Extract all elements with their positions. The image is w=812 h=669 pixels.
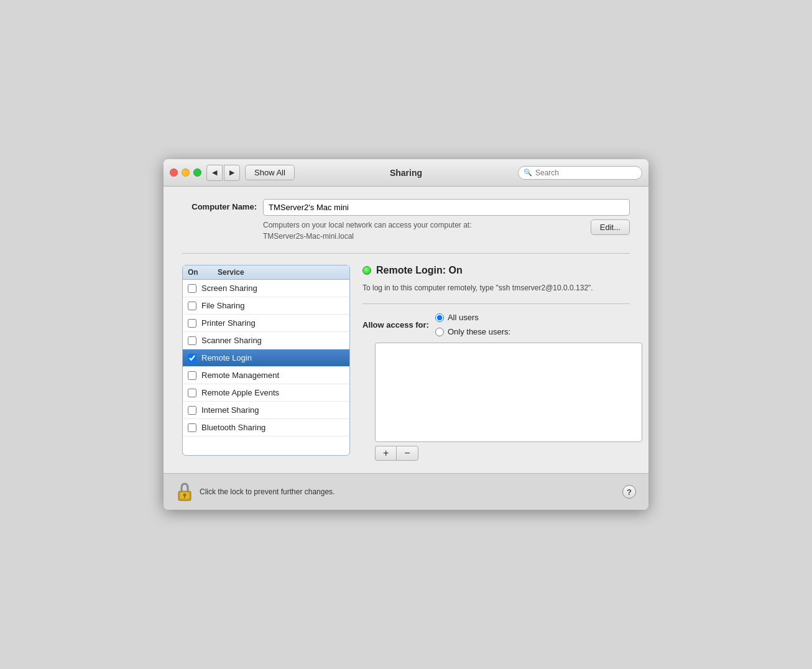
add-user-button[interactable]: + xyxy=(375,446,396,461)
service-item-label-printer-sharing: Printer Sharing xyxy=(201,318,344,328)
service-item-label-remote-login: Remote Login xyxy=(201,353,344,362)
service-item-file-sharing[interactable]: File Sharing xyxy=(183,297,349,315)
service-list-header: On Service xyxy=(183,265,349,280)
service-item-remote-management[interactable]: Remote Management xyxy=(183,367,349,384)
svg-rect-3 xyxy=(184,496,185,498)
service-item-label-bluetooth-sharing: Bluetooth Sharing xyxy=(201,423,344,432)
computer-name-right: Computers on your local network can acce… xyxy=(263,199,630,242)
service-item-label-screen-sharing: Screen Sharing xyxy=(201,284,344,293)
service-list: On Service Screen Sharing File Sharing P… xyxy=(182,265,350,456)
checkbox-remote-management[interactable] xyxy=(188,371,196,380)
users-list-box xyxy=(375,343,642,442)
main-content: Computer Name: Computers on your local n… xyxy=(164,187,648,473)
nav-buttons: ◀ ▶ xyxy=(206,165,240,181)
section-divider xyxy=(182,253,630,254)
minimize-button[interactable] xyxy=(182,168,190,177)
network-info-row: Computers on your local network can acce… xyxy=(263,219,630,242)
checkbox-remote-apple-events[interactable] xyxy=(188,389,196,397)
service-item-printer-sharing[interactable]: Printer Sharing xyxy=(183,315,349,332)
col-service-label: Service xyxy=(218,268,244,277)
traffic-lights xyxy=(170,168,201,177)
service-item-label-scanner-sharing: Scanner Sharing xyxy=(201,336,344,345)
checkbox-file-sharing[interactable] xyxy=(188,302,196,310)
lock-icon xyxy=(176,481,193,502)
service-item-screen-sharing[interactable]: Screen Sharing xyxy=(183,280,349,297)
checkbox-scanner-sharing[interactable] xyxy=(188,336,196,345)
search-box: 🔍 xyxy=(518,166,642,180)
service-item-label-remote-apple-events: Remote Apple Events xyxy=(201,388,344,397)
back-button[interactable]: ◀ xyxy=(206,165,223,181)
radio-only-these[interactable]: Only these users: xyxy=(435,327,510,336)
network-info-text: Computers on your local network can acce… xyxy=(263,219,471,242)
search-input[interactable] xyxy=(535,168,637,177)
maximize-button[interactable] xyxy=(193,168,201,177)
window-title: Sharing xyxy=(390,168,422,178)
computer-name-input[interactable] xyxy=(263,199,630,216)
service-item-bluetooth-sharing[interactable]: Bluetooth Sharing xyxy=(183,419,349,436)
computer-name-row: Computer Name: Computers on your local n… xyxy=(182,199,630,242)
footer: Click the lock to prevent further change… xyxy=(164,473,648,510)
close-button[interactable] xyxy=(170,168,178,177)
radio-only-these-label: Only these users: xyxy=(448,327,510,336)
service-item-label-internet-sharing: Internet Sharing xyxy=(201,405,344,415)
status-title: Remote Login: On xyxy=(376,265,463,276)
checkbox-screen-sharing[interactable] xyxy=(188,284,196,293)
radio-input-only-these[interactable] xyxy=(435,328,444,336)
radio-group: All users Only these users: xyxy=(435,313,510,336)
service-item-label-file-sharing: File Sharing xyxy=(201,301,344,310)
titlebar: ◀ ▶ Show All Sharing 🔍 xyxy=(164,159,648,187)
remove-user-button[interactable]: − xyxy=(396,446,418,461)
edit-button[interactable]: Edit... xyxy=(591,219,630,235)
service-item-internet-sharing[interactable]: Internet Sharing xyxy=(183,402,349,419)
access-label: Allow access for: xyxy=(362,320,429,330)
status-row: Remote Login: On xyxy=(362,265,630,276)
service-item-remote-apple-events[interactable]: Remote Apple Events xyxy=(183,384,349,402)
forward-button[interactable]: ▶ xyxy=(224,165,240,181)
help-button[interactable]: ? xyxy=(622,485,636,499)
lock-area[interactable]: Click the lock to prevent further change… xyxy=(176,481,334,502)
show-all-button[interactable]: Show All xyxy=(245,165,295,180)
service-item-label-remote-management: Remote Management xyxy=(201,371,344,380)
service-item-scanner-sharing[interactable]: Scanner Sharing xyxy=(183,332,349,349)
access-row: Allow access for: All users Only these u… xyxy=(362,313,630,336)
checkbox-internet-sharing[interactable] xyxy=(188,406,196,415)
sharing-window: ◀ ▶ Show All Sharing 🔍 Computer Name: Co… xyxy=(164,159,648,510)
status-dot xyxy=(362,266,371,275)
radio-all-users-label: All users xyxy=(448,313,479,322)
right-panel: Remote Login: On To log in to this compu… xyxy=(362,265,630,461)
col-on-label: On xyxy=(188,268,205,277)
radio-all-users[interactable]: All users xyxy=(435,313,510,322)
main-section: On Service Screen Sharing File Sharing P… xyxy=(182,265,630,461)
users-list-buttons: + − xyxy=(375,446,630,461)
checkbox-bluetooth-sharing[interactable] xyxy=(188,423,196,432)
lock-text: Click the lock to prevent further change… xyxy=(200,487,334,496)
radio-input-all-users[interactable] xyxy=(435,313,444,322)
search-icon: 🔍 xyxy=(524,168,532,177)
status-desc: To log in to this computer remotely, typ… xyxy=(362,282,630,293)
computer-name-label: Computer Name: xyxy=(182,199,257,211)
checkbox-remote-login[interactable] xyxy=(188,354,196,362)
service-item-remote-login[interactable]: Remote Login xyxy=(183,349,349,367)
panel-divider xyxy=(362,303,630,304)
checkbox-printer-sharing[interactable] xyxy=(188,319,196,328)
